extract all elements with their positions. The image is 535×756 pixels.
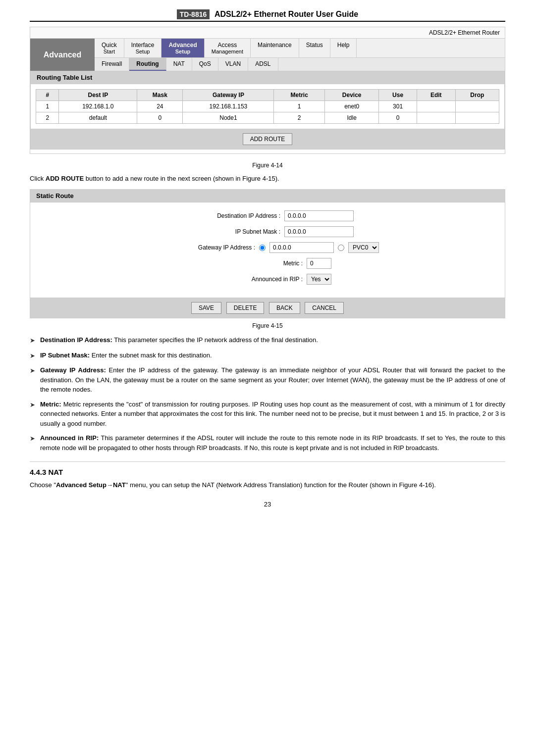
- list-item: ➤ Gateway IP Address: Enter the IP addre…: [30, 365, 505, 395]
- col-num: #: [36, 90, 59, 101]
- router-top-bar: ADSL2/2+ Ethernet Router: [30, 27, 505, 39]
- cell-drop: [455, 101, 499, 112]
- gateway-radio-pvc[interactable]: [338, 245, 344, 251]
- metric-row: Metric :: [40, 258, 495, 269]
- nav-qos[interactable]: QoS: [192, 58, 218, 71]
- cell-edit: [417, 112, 455, 124]
- nav-sidebar-label: Advanced: [30, 39, 95, 71]
- gateway-radio-ip[interactable]: [259, 245, 266, 251]
- bullet-arrow: ➤: [30, 366, 35, 376]
- col-dest-ip: Dest IP: [59, 90, 137, 101]
- list-item: ➤ Metric: Metric represents the "cost" o…: [30, 400, 505, 429]
- nav-help[interactable]: Help: [330, 39, 357, 57]
- cell-dest-ip: default: [59, 112, 137, 124]
- nav-nat[interactable]: NAT: [166, 58, 192, 71]
- bullet-arrow: ➤: [30, 434, 35, 444]
- col-metric: Metric: [274, 90, 325, 101]
- gateway-pvc-select[interactable]: PVC0 PVC1 PVC2: [348, 242, 379, 253]
- subnet-mask-label: IP Subnet Mask :: [181, 228, 280, 235]
- page-title: ADSL2/2+ Ethernet Router User Guide: [214, 10, 358, 18]
- click-instruction: Click ADD ROUTE button to add a new rout…: [30, 175, 505, 182]
- col-mask: Mask: [137, 90, 183, 101]
- nav-quick-start[interactable]: QuickStart: [95, 39, 124, 57]
- dest-ip-input[interactable]: [284, 210, 354, 221]
- list-item: ➤ Announced in RIP: This parameter deter…: [30, 433, 505, 453]
- cell-device: enet0: [325, 101, 379, 112]
- subnet-mask-row: IP Subnet Mask :: [40, 226, 495, 237]
- col-device: Device: [325, 90, 379, 101]
- nav-adsl[interactable]: ADSL: [248, 58, 278, 71]
- router-top-label: ADSL2/2+ Ethernet Router: [429, 29, 500, 36]
- nav-firewall[interactable]: Firewall: [95, 58, 129, 71]
- gateway-ip-label: Gateway IP Address :: [156, 244, 255, 251]
- bullet-arrow: ➤: [30, 336, 35, 346]
- announced-select[interactable]: Yes No: [307, 274, 331, 285]
- cell-edit: [417, 101, 455, 112]
- routing-table-title: Routing Table List: [31, 71, 504, 84]
- static-route-title: Static Route: [30, 190, 505, 202]
- add-route-button[interactable]: ADD ROUTE: [243, 133, 293, 145]
- dest-ip-row: Destination IP Address :: [40, 210, 495, 221]
- subnet-mask-input[interactable]: [284, 226, 354, 237]
- announced-label: Announced in RIP :: [204, 276, 303, 283]
- gateway-ip-input[interactable]: [269, 242, 334, 253]
- nav-maintenance[interactable]: Maintenance: [251, 39, 299, 57]
- save-button[interactable]: SAVE: [191, 302, 221, 314]
- router-ui-box: ADSL2/2+ Ethernet Router Advanced QuickS…: [30, 27, 505, 154]
- nav-interface-setup[interactable]: InterfaceSetup: [124, 39, 162, 57]
- back-button[interactable]: BACK: [269, 302, 300, 314]
- static-route-form: Destination IP Address : IP Subnet Mask …: [30, 202, 505, 298]
- col-gateway-ip: Gateway IP: [183, 90, 274, 101]
- page-header: TD-8816 ADSL2/2+ Ethernet Router User Gu…: [30, 10, 505, 22]
- cell-mask: 0: [137, 112, 183, 124]
- router-nav: Advanced QuickStart InterfaceSetup Advan…: [30, 39, 505, 71]
- static-route-box: Static Route Destination IP Address : IP…: [30, 189, 505, 318]
- col-drop: Drop: [455, 90, 499, 101]
- model-label: TD-8816: [177, 9, 210, 19]
- nav-bottom-row: Firewall Routing NAT QoS VLAN ADSL: [95, 58, 505, 71]
- gateway-ip-row: Gateway IP Address : PVC0 PVC1 PVC2: [40, 242, 495, 253]
- page-number: 23: [30, 501, 505, 508]
- cell-mask: 24: [137, 101, 183, 112]
- click-instruction-text: Click ADD ROUTE button to add a new rout…: [30, 175, 279, 182]
- nav-status[interactable]: Status: [299, 39, 330, 57]
- cell-dest-ip: 192.168.1.0: [59, 101, 137, 112]
- cell-use: 0: [379, 112, 417, 124]
- form-button-bar: SAVE DELETE BACK CANCEL: [30, 298, 505, 318]
- cell-gateway-ip: Node1: [183, 112, 274, 124]
- delete-button[interactable]: DELETE: [226, 302, 265, 314]
- bullet-text: Destination IP Address: This parameter s…: [40, 335, 318, 345]
- cell-drop: [455, 112, 499, 124]
- bullet-text: Announced in RIP: This parameter determi…: [40, 433, 505, 453]
- nav-vlan[interactable]: VLAN: [218, 58, 248, 71]
- routing-table-section: Routing Table List # Dest IP Mask Gatewa…: [30, 71, 505, 150]
- bullet-text: Gateway IP Address: Enter the IP address…: [40, 365, 505, 395]
- cell-metric: 2: [274, 112, 325, 124]
- gateway-radio-group: PVC0 PVC1 PVC2: [259, 242, 379, 253]
- cell-gateway-ip: 192.168.1.153: [183, 101, 274, 112]
- bullet-arrow: ➤: [30, 400, 35, 410]
- cell-num: 1: [36, 101, 59, 112]
- cell-metric: 1: [274, 101, 325, 112]
- cell-device: Idle: [325, 112, 379, 124]
- routing-table-area: # Dest IP Mask Gateway IP Metric Device …: [31, 84, 504, 129]
- nav-advanced-setup[interactable]: AdvancedSetup: [161, 39, 204, 57]
- bullet-list: ➤ Destination IP Address: This parameter…: [30, 335, 505, 453]
- col-use: Use: [379, 90, 417, 101]
- list-item: ➤ Destination IP Address: This parameter…: [30, 335, 505, 346]
- nat-section-heading: 4.4.3 NAT: [30, 461, 505, 476]
- cell-num: 2: [36, 112, 59, 124]
- cancel-button[interactable]: CANCEL: [305, 302, 344, 314]
- nav-main: QuickStart InterfaceSetup AdvancedSetup …: [95, 39, 505, 71]
- announced-row: Announced in RIP : Yes No: [40, 274, 495, 285]
- metric-input[interactable]: [307, 258, 331, 269]
- nav-access-management[interactable]: AccessManagement: [205, 39, 251, 57]
- nav-top-row: QuickStart InterfaceSetup AdvancedSetup …: [95, 39, 505, 58]
- nat-section-paragraph: Choose "Advanced Setup→NAT" menu, you ca…: [30, 480, 505, 491]
- bullet-text: IP Subnet Mask: Enter the subnet mask fo…: [40, 351, 212, 360]
- bullet-text: Metric: Metric represents the "cost" of …: [40, 400, 505, 429]
- figure15-caption: Figure 4-15: [30, 322, 505, 329]
- metric-label: Metric :: [204, 260, 303, 267]
- add-route-bar: ADD ROUTE: [31, 129, 504, 149]
- nav-routing[interactable]: Routing: [129, 58, 166, 71]
